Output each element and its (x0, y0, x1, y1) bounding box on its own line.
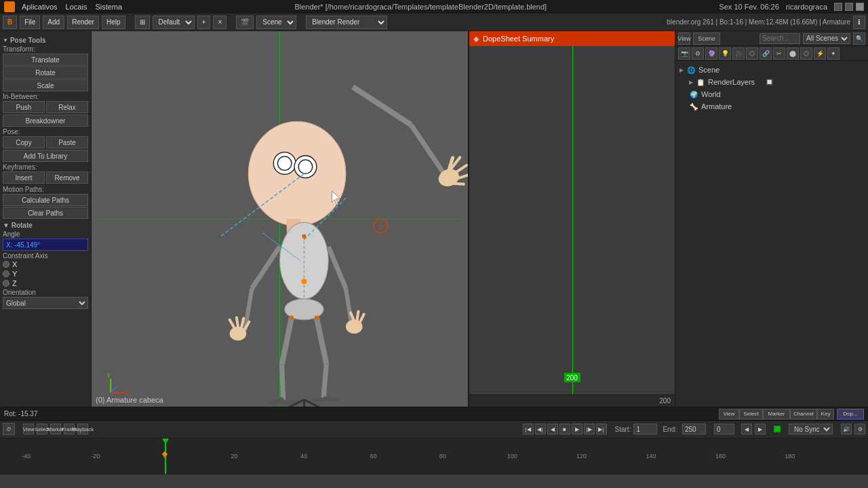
relax-btn[interactable]: Relax (46, 101, 88, 113)
editor-icon-btn2[interactable]: ⏱ (3, 423, 15, 435)
orientation-select[interactable]: Global (3, 297, 88, 309)
t-num-neg40: -40 (22, 453, 31, 460)
search-btn[interactable]: 🔍 (853, 33, 865, 45)
tree-scene[interactable]: ▶ 🌐 Scene (678, 64, 865, 76)
scale-btn[interactable]: Scale (3, 79, 88, 92)
clear-paths-btn[interactable]: Clear Paths (3, 207, 88, 219)
rt-btn7[interactable]: 🔗 (760, 47, 772, 60)
maximize-btn[interactable] (845, 3, 853, 11)
stop-btn[interactable]: ■ (559, 424, 570, 434)
t-num-60: 60 (370, 453, 376, 460)
breakdowner-btn[interactable]: Breakdowner (3, 115, 88, 127)
rt-btn10[interactable]: ⬡ (800, 47, 812, 60)
copy-btn[interactable]: Copy (3, 136, 45, 148)
dope-tab-btn[interactable]: Dop... (837, 409, 864, 420)
translate-btn[interactable]: Translate (3, 54, 88, 66)
rt-btn3[interactable]: 🔮 (705, 47, 717, 60)
current-frame-input[interactable] (714, 424, 734, 434)
select-timeline-btn[interactable]: Select (739, 409, 763, 420)
tree-world[interactable]: 🌍 World (678, 88, 865, 100)
end-frame-input[interactable] (682, 424, 706, 434)
play-back-btn[interactable]: ◀ (547, 424, 558, 434)
minimize-btn[interactable] (834, 3, 842, 11)
jump-end-btn[interactable]: ▶| (596, 424, 607, 434)
engine-select[interactable]: Blender Render (306, 16, 387, 29)
key-btn[interactable]: Key (817, 409, 834, 420)
status-bar: Rot: -15.37 View Select Marker Channel K… (0, 407, 868, 420)
calculate-paths-btn[interactable]: Calculate Paths (3, 194, 88, 206)
info-btn[interactable]: ℹ (853, 16, 865, 29)
rt-btn4[interactable]: 💡 (719, 47, 731, 60)
playback-btn[interactable]: Playback (77, 424, 88, 434)
angle-field[interactable]: X: -45.149° (3, 239, 88, 251)
menu-sistema[interactable]: Sistema (95, 3, 122, 11)
view-btn[interactable]: View (678, 33, 690, 45)
start-frame-input[interactable] (633, 424, 657, 434)
remove-btn[interactable]: Remove (46, 171, 88, 184)
view-btn2[interactable]: View (23, 424, 34, 434)
sync-select[interactable]: No Sync (789, 424, 833, 434)
viewport[interactable]: User Persp (92, 31, 468, 407)
add-library-btn[interactable]: Add To Library (3, 150, 88, 162)
rt-btn8[interactable]: ✂ (773, 47, 785, 60)
editor-icon-btn[interactable]: 🎬 (236, 16, 254, 29)
close-btn[interactable] (856, 3, 864, 11)
rt-btn6[interactable]: ⬡ (746, 47, 758, 60)
layout-add-btn[interactable]: + (197, 16, 211, 29)
armature-label: Armature (701, 102, 732, 110)
render-btn[interactable]: Render (67, 16, 99, 29)
scene-btn[interactable]: Scene (693, 33, 720, 45)
insert-btn[interactable]: Insert (3, 171, 45, 184)
playback-controls: |◀ ◀| ◀ ■ ▶ |▶ ▶| (523, 424, 607, 434)
layout-remove-btn[interactable]: × (213, 16, 226, 29)
paste-btn[interactable]: Paste (46, 136, 88, 148)
dope-playhead (572, 46, 573, 394)
rotate-btn[interactable]: Rotate (3, 66, 88, 79)
prev-marker-btn[interactable]: ◀ (741, 424, 752, 434)
editor-type-btn[interactable]: ⊞ (135, 16, 150, 29)
rt-btn2[interactable]: ⚙ (692, 47, 704, 60)
axis-x-dot (3, 261, 9, 268)
channel-btn[interactable]: Channel (790, 409, 817, 420)
push-btn[interactable]: Push (3, 101, 45, 113)
select-btn2[interactable]: Select (37, 424, 47, 434)
rt-btn11[interactable]: ⚡ (814, 47, 826, 60)
rt-btn1[interactable]: 📷 (678, 47, 690, 60)
marker-btn2[interactable]: Marker (50, 424, 61, 434)
window-title: Blender* [/home/ricardograca/Templates/t… (129, 3, 712, 11)
scene-select[interactable]: Scene (256, 16, 296, 29)
header-toolbar: B File Add Render Help ⊞ Default + × 🎬 S… (0, 14, 868, 31)
dope-content[interactable]: 200 (469, 46, 675, 394)
keyframes-label: Keyframes: (3, 163, 88, 171)
tree-armature[interactable]: 🦴 Armature (678, 100, 865, 113)
scenes-select[interactable]: All Scenes (803, 33, 850, 44)
search-input[interactable] (760, 33, 800, 44)
tree-render-layers[interactable]: ▶ 📋 RenderLayers 🔲 (678, 76, 865, 88)
step-back-btn[interactable]: ◀| (535, 424, 546, 434)
audio-btn[interactable]: 🔊 (841, 424, 852, 434)
next-marker-btn[interactable]: ▶ (755, 424, 766, 434)
rt-btn12[interactable]: ✦ (827, 47, 840, 60)
step-fwd-btn[interactable]: |▶ (584, 424, 595, 434)
render-layers-icon2: 🔲 (766, 79, 773, 85)
rt-btn5[interactable]: 🎥 (732, 47, 745, 60)
axis-x-row: X (3, 260, 88, 268)
dope-frame-count: 200 (659, 397, 671, 405)
help-btn[interactable]: Help (102, 16, 125, 29)
menu-locais[interactable]: Locais (66, 3, 87, 11)
layout-select[interactable]: Default (153, 16, 195, 29)
menu-aplicativos[interactable]: Aplicativos (22, 3, 58, 11)
scene-tree: ▶ 🌐 Scene ▶ 📋 RenderLayers 🔲 🌍 World 🦴 A… (675, 61, 868, 407)
view-timeline-btn[interactable]: View (719, 409, 739, 420)
menu-items: Aplicativos Locais Sistema (22, 3, 122, 11)
add-btn[interactable]: Add (43, 16, 64, 29)
marker-btn[interactable]: Marker (763, 409, 790, 420)
file-btn[interactable]: File (20, 16, 40, 29)
play-fwd-btn[interactable]: ▶ (572, 424, 583, 434)
settings-btn[interactable]: ⚙ (854, 424, 865, 434)
blender-menu-btn[interactable]: B (3, 16, 17, 29)
transform-label: Transform: (3, 45, 88, 53)
svg-point-50 (315, 316, 319, 320)
jump-start-btn[interactable]: |◀ (523, 424, 534, 434)
rt-btn9[interactable]: ⬤ (787, 47, 799, 60)
